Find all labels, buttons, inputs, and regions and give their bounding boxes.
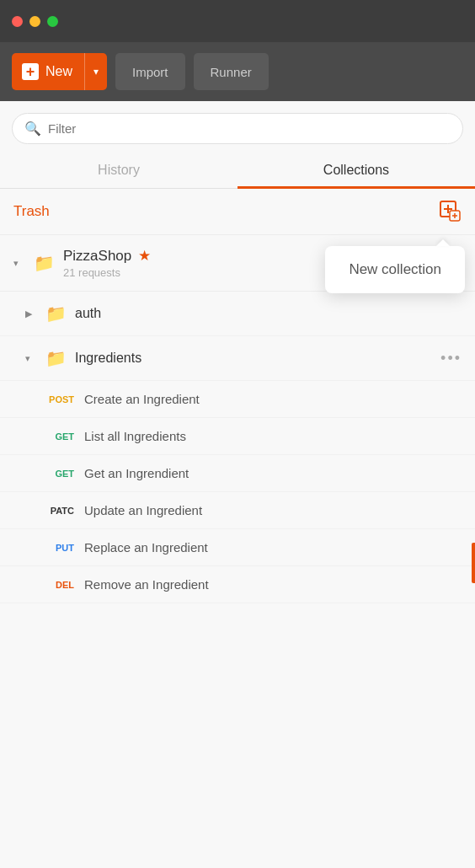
request-row-create-ingredient[interactable]: POST Create an Ingredient — [0, 381, 475, 418]
chevron-right-icon: ▶ — [25, 308, 37, 319]
tabs: History Collections — [0, 153, 475, 189]
runner-button[interactable]: Runner — [194, 53, 269, 90]
new-collection-tooltip: New collection — [325, 246, 465, 293]
folder-icon-auth: 📁 — [45, 303, 67, 324]
new-collection-icon[interactable] — [440, 201, 462, 222]
search-bar: 🔍 — [0, 101, 475, 153]
request-row-list-ingredients[interactable]: GET List all Ingredients — [0, 418, 475, 455]
request-name-replace-ingredient: Replace an Ingredient — [84, 540, 208, 555]
trash-row: Trash — [0, 189, 475, 235]
traffic-light-yellow[interactable] — [29, 16, 40, 27]
new-button-main[interactable]: + New — [12, 53, 85, 90]
title-bar — [0, 0, 475, 42]
traffic-light-red[interactable] — [12, 16, 23, 27]
search-input-wrap[interactable]: 🔍 — [12, 113, 463, 144]
method-badge-get-2: GET — [42, 469, 74, 479]
method-badge-patch: PATC — [42, 506, 74, 516]
chevron-down-icon-ingredients: ▾ — [25, 353, 37, 364]
plus-icon: + — [22, 63, 39, 80]
search-icon: 🔍 — [24, 121, 41, 137]
request-row-replace-ingredient[interactable]: PUT Replace an Ingredient — [0, 529, 475, 566]
collections-content: Trash New collection ▾ 📁 — [0, 189, 475, 868]
request-name-create-ingredient: Create an Ingredient — [84, 392, 200, 406]
toolbar: + New ▾ Import Runner — [0, 42, 475, 101]
request-name-update-ingredient: Update an Ingredient — [84, 503, 202, 517]
request-row-remove-ingredient[interactable]: DEL Remove an Ingredient — [0, 566, 475, 603]
method-badge-del: DEL — [42, 580, 74, 590]
tooltip-content: New collection — [325, 246, 465, 293]
folder-name-auth: auth — [75, 306, 462, 321]
folder-row-auth[interactable]: ▶ 📁 auth — [0, 292, 475, 336]
sidebar: 🔍 History Collections Trash — [0, 101, 475, 868]
request-name-list-ingredients: List all Ingredients — [84, 429, 186, 443]
more-options-icon[interactable]: ••• — [440, 350, 462, 367]
tab-history[interactable]: History — [0, 153, 238, 188]
tab-collections[interactable]: Collections — [238, 153, 475, 188]
folder-name-ingredients: Ingredients — [75, 351, 432, 366]
method-badge-get-1: GET — [42, 431, 74, 442]
accent-line — [472, 543, 475, 583]
import-button[interactable]: Import — [115, 53, 185, 90]
request-row-get-ingredient[interactable]: GET Get an Ingrendient — [0, 455, 475, 492]
trash-link[interactable]: Trash — [13, 203, 50, 220]
method-badge-put: PUT — [42, 543, 74, 553]
folder-icon: 📁 — [34, 253, 55, 273]
folder-row-ingredients[interactable]: ▾ 📁 Ingredients ••• — [0, 336, 475, 381]
request-name-get-ingredient: Get an Ingrendient — [84, 466, 189, 480]
new-button-caret[interactable]: ▾ — [85, 53, 107, 90]
star-icon: ★ — [138, 247, 151, 265]
chevron-down-icon: ▾ — [13, 258, 25, 269]
new-button[interactable]: + New ▾ — [12, 53, 107, 90]
traffic-light-green[interactable] — [47, 16, 58, 27]
folder-icon-ingredients: 📁 — [45, 348, 67, 368]
new-button-label: New — [45, 64, 72, 79]
method-badge-post: POST — [42, 394, 74, 405]
request-row-update-ingredient[interactable]: PATC Update an Ingredient — [0, 492, 475, 529]
request-name-remove-ingredient: Remove an Ingredient — [84, 577, 209, 592]
search-input[interactable] — [48, 121, 451, 136]
